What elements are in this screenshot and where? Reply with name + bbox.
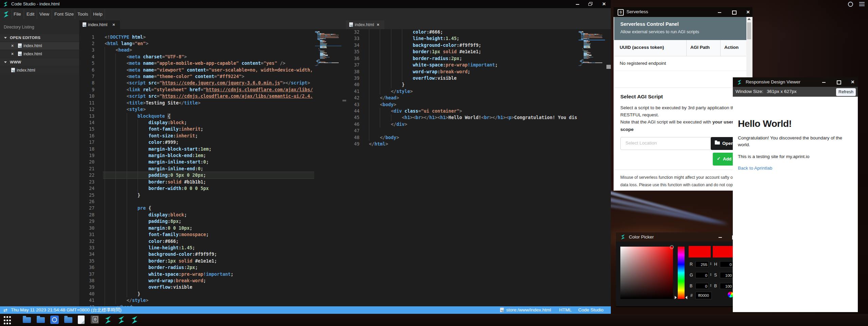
taskbar-disc-icon[interactable] — [50, 315, 59, 324]
code-line: border:solid #b1b1b1; — [148, 179, 206, 185]
indent-guide — [116, 67, 116, 73]
note-line2: scope — [620, 127, 634, 132]
sidebar-file-item[interactable]: ×index.html — [0, 50, 79, 58]
close-file-icon[interactable]: × — [11, 50, 14, 58]
line-number: 3 — [79, 47, 94, 53]
serverless-maximize-button[interactable] — [731, 10, 736, 15]
indent-guide — [116, 192, 116, 198]
indent-guide — [138, 251, 138, 257]
taskbar-folder-icon[interactable] — [23, 315, 32, 324]
taskbar-codestudio-icon[interactable] — [117, 315, 126, 324]
minimap-1[interactable] — [315, 31, 341, 69]
sidebar-file-item[interactable]: ×index.html — [0, 42, 79, 50]
taskbar-folder-icon[interactable] — [64, 315, 73, 324]
loading-circle-icon[interactable] — [848, 2, 853, 7]
sv-cursor[interactable] — [670, 245, 674, 249]
minimap-2[interactable] — [579, 31, 605, 69]
indent-guide — [138, 212, 138, 218]
status-datetime: Thu May 11 2023 21:54:48 GMT+0800 (台北標準時… — [11, 306, 122, 314]
file-name: index.html — [23, 42, 42, 50]
code-line: </body> — [380, 134, 399, 141]
indent-guide — [380, 121, 380, 128]
responsive-viewer-logo-icon — [737, 79, 742, 85]
status-file-path[interactable]: store:/www/index.html — [506, 306, 551, 314]
field-input[interactable]: 100 — [720, 283, 733, 289]
field-input[interactable]: 0 — [695, 283, 709, 289]
menu-file[interactable]: File — [14, 8, 21, 20]
indent-guide — [105, 291, 105, 297]
close-button[interactable]: × — [602, 2, 606, 6]
file-icon — [83, 22, 86, 27]
code-line: </div> — [391, 121, 407, 128]
line-number: 40 — [79, 291, 94, 297]
tab-index-html-1[interactable]: index.html× — [79, 20, 120, 29]
field-input[interactable]: 100 — [720, 272, 733, 278]
field-input[interactable]: 0 — [720, 261, 733, 267]
scroll-up-arrow[interactable] — [747, 18, 751, 20]
minimize-button[interactable] — [575, 2, 580, 6]
field-label: B — [690, 284, 692, 288]
indent-guide — [391, 75, 391, 81]
code-pane-2[interactable]: 32color:#666;33line-height:1.45;34backgr… — [345, 29, 578, 306]
line-number: 44 — [345, 108, 359, 114]
editor-area: 1<!DOCTYPE html>2<html lang="en">3<head>… — [79, 29, 611, 306]
line-number: 36 — [345, 55, 359, 62]
picker-minimize-button[interactable] — [718, 235, 723, 239]
taskbar-folder-icon[interactable] — [37, 315, 46, 324]
menu-view[interactable]: View — [39, 8, 49, 20]
line-number: 24 — [79, 185, 94, 192]
refresh-button[interactable]: Refresh — [836, 88, 856, 96]
menu-edit[interactable]: Edit — [26, 8, 34, 20]
field-input[interactable]: 255 — [695, 261, 709, 267]
hex-input[interactable]: ff0000 — [695, 292, 712, 299]
serverless-minimize-button[interactable] — [717, 10, 722, 15]
field-label: G — [690, 273, 693, 277]
menu-icon[interactable] — [859, 2, 865, 6]
spinner-icon[interactable]: ⇕ — [709, 284, 712, 287]
close-file-icon[interactable]: × — [11, 42, 14, 50]
sidebar-section-www[interactable]: WWW — [0, 58, 79, 66]
hue-slider[interactable] — [678, 247, 685, 299]
indent-guide — [105, 198, 105, 205]
spinner-icon[interactable]: ⇕ — [709, 273, 712, 276]
status-language[interactable]: HTML — [559, 306, 572, 314]
rdv-maximize-button[interactable] — [836, 80, 841, 84]
restore-button[interactable] — [588, 2, 593, 6]
code-pane-1[interactable]: 1<!DOCTYPE html>2<html lang="en">3<head>… — [79, 29, 314, 306]
saturation-value-square[interactable] — [620, 247, 673, 299]
menu-font-size[interactable]: Font Size — [54, 8, 74, 20]
tab-index-html-2[interactable]: index.html× — [346, 20, 384, 29]
rdv-minimize-button[interactable] — [821, 80, 826, 84]
menu-help[interactable]: Help — [93, 8, 103, 20]
line-number: 43 — [345, 101, 359, 108]
taskbar-document-icon[interactable] — [78, 315, 87, 324]
code-line: color:#666; — [148, 238, 179, 245]
menu-separator — [75, 9, 75, 19]
scrollbar-thumb[interactable] — [747, 22, 751, 39]
pane2-scrollbar-thumb[interactable] — [606, 65, 611, 69]
serverless-table-header: UUID (access token) AGI Path Action — [614, 40, 746, 56]
picker-field-b2: B0⇕ — [690, 283, 713, 289]
app-launcher-icon[interactable] — [4, 315, 13, 325]
line-number: 36 — [79, 264, 94, 271]
input-placeholder: Select Location — [625, 140, 657, 146]
rdv-close-button[interactable]: × — [850, 80, 855, 84]
sidebar-file-item[interactable]: index.html — [0, 66, 79, 74]
spinner-icon[interactable]: ⇕ — [709, 262, 712, 266]
menu-tools[interactable]: Tools — [77, 8, 88, 20]
serverless-empty-row: No registered endpoint — [614, 56, 746, 71]
indent-guide — [105, 218, 105, 225]
taskbar-serverless-icon[interactable] — [91, 315, 100, 324]
taskbar-codestudio-icon[interactable] — [130, 315, 139, 324]
code-line: overflow:visible — [413, 75, 457, 81]
taskbar-codestudio-icon[interactable] — [104, 315, 112, 324]
tab-close-icon[interactable]: × — [377, 20, 379, 29]
select-location-input[interactable]: Select Location — [620, 137, 711, 150]
tab-close-icon[interactable]: × — [112, 20, 115, 29]
back-to-aprintlab-link[interactable]: Back to Aprintlab — [738, 166, 772, 171]
status-bar: ⇄ Thu May 11 2023 21:54:48 GMT+0800 (台北標… — [0, 306, 611, 314]
field-input[interactable]: 0 — [695, 272, 709, 278]
sidebar-section-open-editors[interactable]: OPEN EDITORS — [0, 34, 79, 41]
serverless-close-button[interactable]: × — [746, 10, 750, 15]
code-line: <link rel="stylesheet" href="https://cdn… — [127, 87, 313, 93]
